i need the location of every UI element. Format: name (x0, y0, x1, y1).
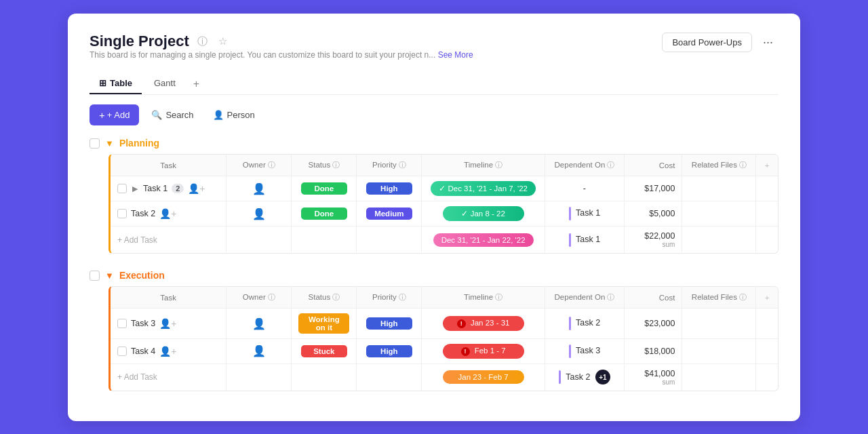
add-task-cell[interactable]: + Add Task (111, 363, 226, 391)
sum-dependent-cell: Task 2 +1 (545, 363, 624, 391)
execution-col-task: Task (111, 287, 226, 309)
cost-cell: $18,000 (625, 339, 682, 364)
table-row: Task 4 👤+ 👤 Stuck High (111, 339, 778, 364)
planning-section-title: Planning (119, 138, 159, 149)
add-task-cell[interactable]: + Add Task (111, 226, 226, 254)
see-more-link[interactable]: See More (438, 50, 473, 60)
priority-cell[interactable]: Medium (357, 201, 422, 226)
execution-chevron-icon[interactable]: ▼ (105, 271, 114, 281)
add-person-icon[interactable]: 👤+ (188, 183, 205, 194)
sum-dependent-cell: Task 1 (545, 226, 624, 254)
add-tab-button[interactable]: + (188, 75, 205, 93)
project-title: Single Project (90, 33, 189, 50)
person-filter-button[interactable]: 👤 Person (206, 106, 262, 124)
planning-add-col-button[interactable]: + (756, 155, 778, 176)
board-powerups-button[interactable]: Board Power-Ups (662, 33, 752, 52)
planning-col-status: Statusⓘ (292, 155, 357, 176)
add-icon: + (99, 109, 105, 121)
task-name-cell: Task 4 👤+ (111, 339, 226, 364)
owner-avatar: 👤 (252, 345, 266, 357)
exclaim-icon: ! (457, 319, 466, 328)
execution-add-col-button[interactable]: + (756, 287, 778, 309)
add-person-icon[interactable]: 👤+ (159, 208, 176, 219)
cost-cell: $23,000 (625, 309, 682, 339)
owner-avatar: 👤 (252, 208, 266, 220)
owner-cell: 👤 (226, 309, 292, 339)
row-checkbox[interactable] (117, 347, 127, 356)
planning-table-wrap: Task Ownerⓘ Statusⓘ Priorityⓘ Timelineⓘ (108, 154, 778, 254)
search-button[interactable]: 🔍 Search (144, 106, 200, 124)
owner-cell: 👤 (226, 339, 292, 364)
dependent-bar (559, 370, 561, 384)
priority-cell[interactable]: High (357, 176, 422, 201)
priority-cell[interactable]: High (357, 339, 422, 364)
planning-header-row: Task Ownerⓘ Statusⓘ Priorityⓘ Timelineⓘ (111, 155, 778, 176)
planning-col-dependent: Dependent Onⓘ (545, 155, 624, 176)
table-icon: ⊞ (99, 78, 106, 88)
status-cell[interactable]: Done (292, 201, 357, 226)
avatar-count: +1 (595, 370, 610, 384)
planning-col-task: Task (111, 155, 226, 176)
execution-sum-row: + Add Task Jan 23 - Feb 7 Task 2 (111, 363, 778, 391)
tab-table[interactable]: ⊞ Table (90, 73, 142, 94)
row-checkbox[interactable] (117, 319, 127, 328)
priority-badge: Medium (366, 208, 412, 220)
info-icon[interactable]: ⓘ (195, 34, 210, 50)
cost-cell: $5,000 (625, 201, 682, 226)
dependent-cell: Task 1 (545, 201, 624, 226)
timeline-cell: ! Jan 23 - 31 (422, 309, 545, 339)
execution-section-title: Execution (119, 270, 165, 281)
search-icon: 🔍 (151, 110, 162, 120)
tab-gantt[interactable]: Gantt (144, 73, 185, 94)
timeline-badge: ! Feb 1 - 7 (443, 344, 524, 359)
dependent-bar (569, 233, 571, 247)
dependent-bar (569, 317, 571, 330)
timeline-cell: ✓ Jan 8 - 22 (422, 201, 545, 226)
title-area: Single Project ⓘ ☆ This board is for man… (90, 33, 473, 69)
timeline-cell: ! Feb 1 - 7 (422, 339, 545, 364)
priority-badge: High (366, 345, 412, 357)
execution-col-dependent: Dependent Onⓘ (545, 287, 624, 309)
execution-section-checkbox[interactable] (90, 271, 100, 281)
status-cell[interactable]: Done (292, 176, 357, 201)
status-cell[interactable]: Stuck (292, 339, 357, 364)
planning-table: Task Ownerⓘ Statusⓘ Priorityⓘ Timelineⓘ (111, 155, 778, 253)
add-button[interactable]: + + Add (90, 104, 139, 125)
add-person-icon[interactable]: 👤+ (159, 318, 176, 329)
table-row: Task 2 👤+ 👤 Done Medium (111, 201, 778, 226)
more-options-button[interactable]: ··· (757, 33, 778, 52)
expand-button[interactable]: ▶ (131, 184, 139, 193)
tabs-bar: ⊞ Table Gantt + (90, 73, 778, 95)
toolbar: + + Add 🔍 Search 👤 Person (90, 104, 778, 125)
status-cell[interactable]: Working on it (292, 309, 357, 339)
dependent-cell: - (545, 176, 624, 201)
person-icon: 👤 (213, 110, 224, 120)
execution-table: Task Ownerⓘ Statusⓘ Priorityⓘ Timelineⓘ (111, 287, 778, 391)
main-card: Single Project ⓘ ☆ This board is for man… (68, 14, 800, 421)
priority-badge: High (366, 182, 412, 195)
planning-section-checkbox[interactable] (90, 138, 100, 149)
timeline-cell: ✓ Dec 31, '21 - Jan 7, '22 (422, 176, 545, 201)
cost-cell: $17,000 (625, 176, 682, 201)
planning-sum-row: + Add Task Dec 31, '21 - Jan 22, '22 Tas… (111, 226, 778, 254)
timeline-badge: ✓ Dec 31, '21 - Jan 7, '22 (431, 181, 536, 196)
related-files-cell (682, 309, 756, 339)
sum-cost-cell: $41,000 sum (625, 363, 682, 391)
execution-header-row: Task Ownerⓘ Statusⓘ Priorityⓘ Timelineⓘ (111, 287, 778, 309)
row-checkbox[interactable] (117, 209, 127, 218)
planning-col-owner: Ownerⓘ (226, 155, 292, 176)
planning-chevron-icon[interactable]: ▼ (105, 138, 114, 149)
star-icon[interactable]: ☆ (216, 34, 230, 49)
sum-cost-cell: $22,000 sum (625, 226, 682, 254)
execution-table-wrap: Task Ownerⓘ Statusⓘ Priorityⓘ Timelineⓘ (108, 286, 778, 391)
related-files-cell (682, 176, 756, 201)
planning-col-cost: Cost (625, 155, 682, 176)
task-name-cell: Task 2 👤+ (111, 201, 226, 226)
status-badge: Stuck (301, 345, 347, 357)
add-person-icon[interactable]: 👤+ (159, 346, 176, 357)
status-badge: Done (301, 182, 347, 195)
priority-cell[interactable]: High (357, 309, 422, 339)
row-checkbox[interactable] (117, 184, 127, 193)
sum-timeline-cell: Dec 31, '21 - Jan 22, '22 (422, 226, 545, 254)
dependent-cell: Task 3 (545, 339, 624, 364)
